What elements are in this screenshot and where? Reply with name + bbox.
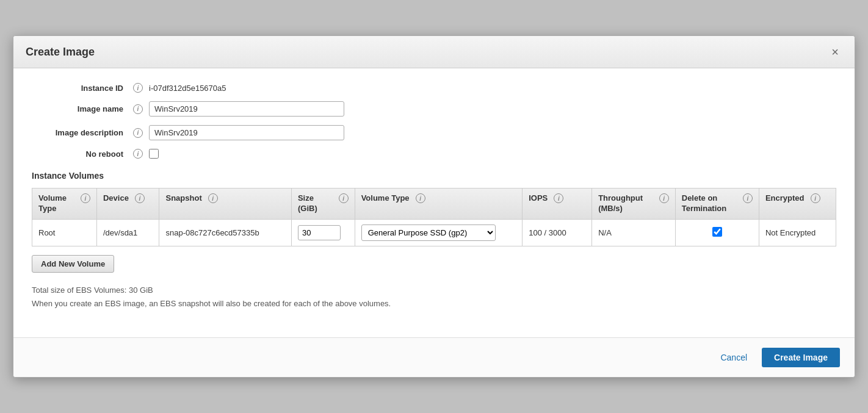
td-device: /dev/sda1 [96,219,159,246]
info-text-line2: When you create an EBS image, an EBS sna… [32,297,836,311]
form-section: Instance ID i i-07df312d5e15670a5 Image … [32,83,836,159]
th-volume-type2: Volume Type i [355,189,523,220]
th-iops: IOPS i [523,189,592,220]
td-encrypted: Not Encrypted [759,219,836,246]
th-size-info-icon: i [339,193,349,203]
th-delete-on-termination: Delete on Termination i [675,189,759,220]
td-size [291,219,355,246]
table-header-row: Volume Type i Device i S [32,189,836,220]
create-image-dialog: Create Image × Instance ID i i-07df312d5… [13,35,855,378]
th-snapshot: Snapshot i [159,189,291,220]
instance-volumes-title: Instance Volumes [32,171,836,181]
no-reboot-info-icon: i [133,149,143,159]
th-encrypted-info-icon: i [811,193,820,203]
dialog-header: Create Image × [13,36,855,68]
th-throughput: Throughput (MB/s) i [592,189,676,220]
td-throughput: N/A [592,219,676,246]
instance-id-info-icon: i [133,83,143,93]
th-throughput-info-icon: i [659,193,669,203]
th-snapshot-info-icon: i [208,193,218,203]
no-reboot-checkbox[interactable] [149,149,159,159]
image-name-input[interactable] [149,101,344,117]
th-encrypted: Encrypted i [759,189,836,220]
th-device-info-icon: i [135,193,145,203]
image-name-row: Image name i [32,101,836,117]
th-delete-info-icon: i [743,193,753,203]
instance-volumes-section: Instance Volumes Volume Type i Device [32,171,836,311]
no-reboot-row: No reboot i [32,149,836,159]
th-device: Device i [96,189,159,220]
th-volume-type: Volume Type i [32,189,97,220]
add-new-volume-button[interactable]: Add New Volume [32,255,114,273]
image-name-info-icon: i [133,104,143,114]
info-text-line1: Total size of EBS Volumes: 30 GiB [32,284,836,297]
instance-id-label: Instance ID [32,84,129,93]
table-row: Root /dev/sda1 snap-08c727c6ecd57335b Ge… [32,219,836,246]
image-description-row: Image description i [32,125,836,140]
no-reboot-label: No reboot [32,149,129,159]
volumes-table: Volume Type i Device i S [32,188,836,246]
th-volume-type-info-icon: i [81,193,90,203]
th-size: Size (GiB) i [291,189,355,220]
image-description-input[interactable] [149,125,344,140]
td-iops: 100 / 3000 [523,219,592,246]
close-button[interactable]: × [828,45,842,59]
dialog-title: Create Image [26,46,95,59]
dialog-footer: Cancel Create Image [13,337,855,377]
td-delete-on-termination [675,219,759,246]
size-input[interactable] [298,225,341,240]
instance-id-value: i-07df312d5e15670a5 [149,84,226,93]
volume-type-select[interactable]: General Purpose SSD (gp2) General Purpos… [361,224,496,241]
image-description-label: Image description [32,128,129,137]
instance-id-row: Instance ID i i-07df312d5e15670a5 [32,83,836,93]
td-volume-type-select: General Purpose SSD (gp2) General Purpos… [355,219,523,246]
image-description-info-icon: i [133,128,143,138]
image-name-label: Image name [32,104,129,113]
th-iops-info-icon: i [554,193,563,203]
create-image-button[interactable]: Create Image [762,348,840,367]
td-volume-type: Root [32,219,97,246]
delete-on-termination-checkbox[interactable] [712,227,722,237]
td-snapshot: snap-08c727c6ecd57335b [159,219,291,246]
cancel-button[interactable]: Cancel [714,349,753,366]
info-text-block: Total size of EBS Volumes: 30 GiB When y… [32,284,836,311]
dialog-body: Instance ID i i-07df312d5e15670a5 Image … [13,68,855,337]
th-volume-type2-info-icon: i [416,193,425,203]
